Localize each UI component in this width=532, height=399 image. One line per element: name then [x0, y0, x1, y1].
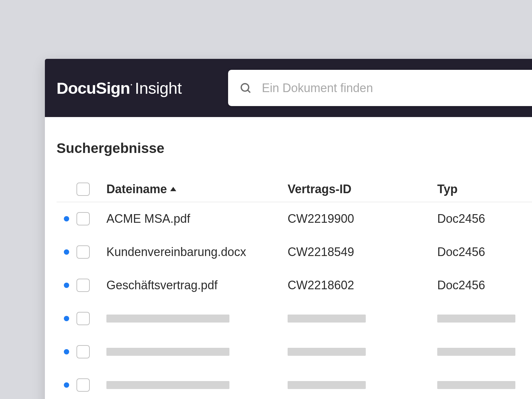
unread-indicator-icon	[64, 316, 69, 321]
search-input[interactable]	[262, 81, 532, 95]
table-row-skeleton	[57, 368, 532, 399]
table-row[interactable]: Geschäftsvertrag.pdf CW2218602 Doc2456	[57, 269, 532, 302]
table-header-row: Dateiname Vertrags-ID Typ	[57, 176, 532, 202]
column-header-contract-id-label: Vertrags-ID	[288, 182, 351, 196]
skeleton-placeholder	[106, 381, 229, 389]
brand-product: Insight	[135, 79, 182, 97]
cell-filename: Kundenvereinbarung.docx	[106, 245, 288, 259]
unread-indicator-icon	[64, 349, 69, 354]
column-header-filename-label: Dateiname	[106, 182, 167, 196]
svg-line-1	[248, 90, 250, 93]
brand-name: DocuSign	[57, 79, 130, 97]
column-header-type[interactable]: Typ	[437, 182, 532, 196]
results-panel: Suchergebnisse Dateiname Vertrags-ID Typ	[45, 117, 532, 399]
unread-indicator-icon	[64, 216, 69, 221]
brand-logo: DocuSign • Insight	[57, 79, 182, 97]
table-row-skeleton	[57, 302, 532, 335]
unread-indicator-icon	[64, 249, 69, 255]
skeleton-placeholder	[288, 348, 366, 356]
skeleton-placeholder	[288, 315, 366, 323]
unread-indicator-icon	[64, 382, 69, 388]
cell-filename: ACME MSA.pdf	[106, 212, 288, 226]
row-checkbox[interactable]	[76, 279, 90, 292]
table-row[interactable]: ACME MSA.pdf CW2219900 Doc2456	[57, 202, 532, 235]
brand-dot-icon: •	[131, 82, 132, 87]
row-checkbox[interactable]	[76, 212, 90, 225]
column-header-type-label: Typ	[437, 182, 458, 196]
table-row-skeleton	[57, 335, 532, 368]
results-title: Suchergebnisse	[57, 140, 532, 156]
skeleton-placeholder	[437, 348, 515, 356]
sort-ascending-icon	[170, 187, 176, 191]
skeleton-placeholder	[437, 381, 515, 389]
row-checkbox[interactable]	[76, 378, 90, 392]
app-window: DocuSign • Insight Suchergebnisse Datein…	[45, 59, 532, 399]
cell-type: Doc2456	[437, 245, 532, 259]
cell-type: Doc2456	[437, 212, 532, 226]
cell-type: Doc2456	[437, 278, 532, 292]
results-table: Dateiname Vertrags-ID Typ ACME MSA.pdf C…	[57, 176, 532, 399]
column-header-contract-id[interactable]: Vertrags-ID	[288, 182, 437, 196]
cell-filename: Geschäftsvertrag.pdf	[106, 278, 288, 292]
svg-point-0	[241, 83, 249, 91]
search-box[interactable]	[228, 70, 532, 106]
row-checkbox[interactable]	[76, 345, 90, 358]
skeleton-placeholder	[106, 315, 229, 323]
search-icon	[240, 82, 252, 94]
row-checkbox[interactable]	[76, 245, 90, 259]
cell-contract-id: CW2218549	[288, 245, 437, 259]
unread-indicator-icon	[64, 283, 69, 288]
select-all-checkbox[interactable]	[76, 183, 90, 196]
table-row[interactable]: Kundenvereinbarung.docx CW2218549 Doc245…	[57, 235, 532, 269]
column-header-filename[interactable]: Dateiname	[106, 182, 288, 196]
skeleton-placeholder	[288, 381, 366, 389]
cell-contract-id: CW2219900	[288, 212, 437, 226]
skeleton-placeholder	[437, 315, 515, 323]
cell-contract-id: CW2218602	[288, 278, 437, 292]
app-header: DocuSign • Insight	[45, 59, 532, 117]
skeleton-placeholder	[106, 348, 229, 356]
row-checkbox[interactable]	[76, 312, 90, 325]
